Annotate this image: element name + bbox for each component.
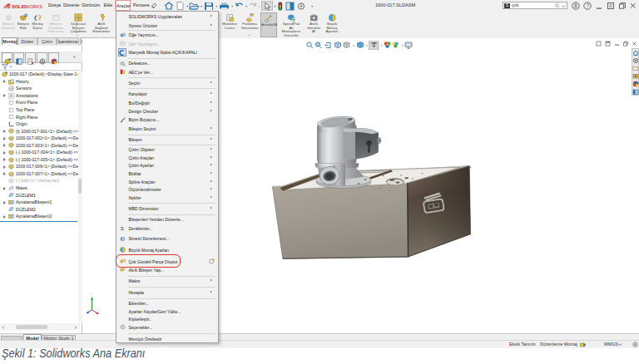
svg-text:SOLID: SOLID bbox=[12, 4, 26, 9]
svg-text:?: ? bbox=[586, 2, 589, 8]
svg-text:A: A bbox=[10, 93, 13, 98]
svg-text:S: S bbox=[7, 3, 11, 9]
svg-text:WORKS: WORKS bbox=[25, 4, 42, 9]
svg-text:Σ: Σ bbox=[121, 225, 124, 231]
